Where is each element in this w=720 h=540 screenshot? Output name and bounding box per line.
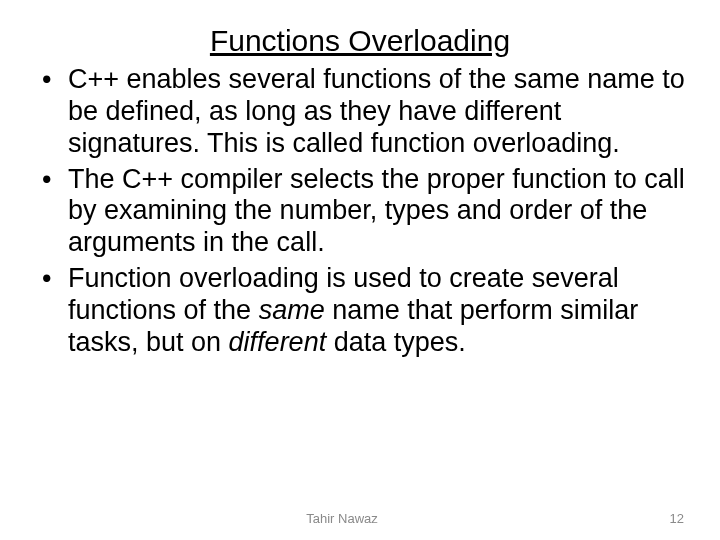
bullet-text-post: data types. xyxy=(326,327,466,357)
list-item: The C++ compiler selects the proper func… xyxy=(32,164,688,260)
slide-title: Functions Overloading xyxy=(32,24,688,58)
footer: Tahir Nawaz 12 xyxy=(0,511,720,526)
page-number: 12 xyxy=(670,511,684,526)
list-item: Function overloading is used to create s… xyxy=(32,263,688,359)
footer-author: Tahir Nawaz xyxy=(0,511,684,526)
bullet-list: C++ enables several functions of the sam… xyxy=(32,64,688,359)
bullet-text-em: different xyxy=(229,327,327,357)
slide: Functions Overloading C++ enables severa… xyxy=(0,0,720,540)
list-item: C++ enables several functions of the sam… xyxy=(32,64,688,160)
bullet-text-em: same xyxy=(259,295,325,325)
bullet-text: The C++ compiler selects the proper func… xyxy=(68,164,685,258)
bullet-text: C++ enables several functions of the sam… xyxy=(68,64,685,158)
